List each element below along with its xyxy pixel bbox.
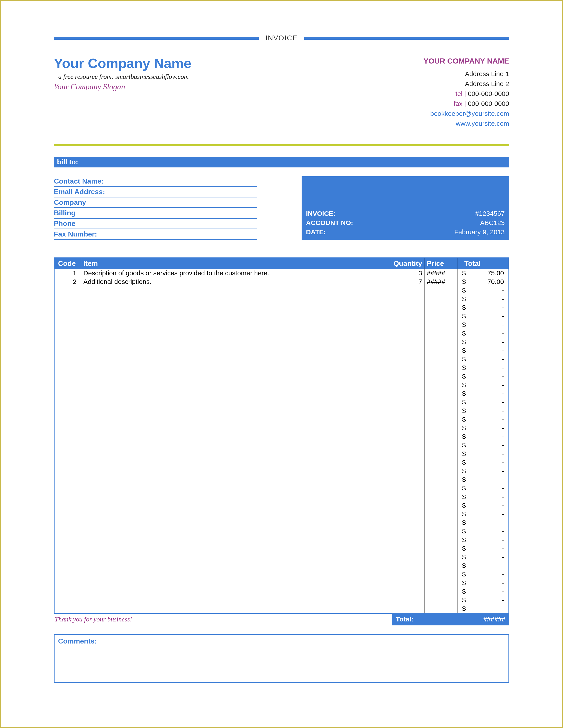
cell-price[interactable] bbox=[425, 536, 458, 544]
cell-total[interactable]: $- bbox=[458, 303, 508, 312]
cell-code[interactable]: 2 bbox=[55, 278, 81, 286]
cell-total[interactable]: $- bbox=[458, 372, 508, 381]
cell-price[interactable] bbox=[425, 398, 458, 407]
cell-code[interactable] bbox=[55, 295, 81, 303]
website-link[interactable]: www.yoursite.com bbox=[424, 118, 509, 128]
table-row[interactable]: $- bbox=[55, 364, 508, 372]
table-row[interactable]: $- bbox=[55, 536, 508, 544]
cell-code[interactable] bbox=[55, 415, 81, 424]
cell-price[interactable] bbox=[425, 303, 458, 312]
cell-total[interactable]: $- bbox=[458, 450, 508, 458]
cell-code[interactable] bbox=[55, 527, 81, 536]
cell-item[interactable] bbox=[81, 450, 391, 458]
cell-total[interactable]: $- bbox=[458, 458, 508, 467]
cell-code[interactable] bbox=[55, 398, 81, 407]
cell-quantity[interactable] bbox=[391, 295, 425, 303]
cell-code[interactable] bbox=[55, 381, 81, 389]
table-row[interactable]: $- bbox=[55, 381, 508, 389]
cell-item[interactable] bbox=[81, 389, 391, 398]
table-row[interactable]: 2Additional descriptions.7#####$70.00 bbox=[55, 278, 508, 286]
cell-item[interactable] bbox=[81, 303, 391, 312]
cell-price[interactable] bbox=[425, 544, 458, 553]
cell-item[interactable] bbox=[81, 372, 391, 381]
cell-total[interactable]: $- bbox=[458, 364, 508, 372]
cell-total[interactable]: $- bbox=[458, 596, 508, 604]
cell-quantity[interactable] bbox=[391, 579, 425, 587]
table-row[interactable]: $- bbox=[55, 570, 508, 579]
cell-code[interactable] bbox=[55, 518, 81, 527]
cell-total[interactable]: $- bbox=[458, 389, 508, 398]
cell-item[interactable] bbox=[81, 407, 391, 415]
cell-code[interactable] bbox=[55, 321, 81, 329]
cell-quantity[interactable] bbox=[391, 432, 425, 441]
cell-code[interactable] bbox=[55, 458, 81, 467]
cell-code[interactable] bbox=[55, 510, 81, 518]
cell-code[interactable] bbox=[55, 561, 81, 570]
cell-item[interactable] bbox=[81, 424, 391, 432]
table-row[interactable]: $- bbox=[55, 450, 508, 458]
table-row[interactable]: $- bbox=[55, 295, 508, 303]
cell-total[interactable]: $- bbox=[458, 570, 508, 579]
cell-code[interactable] bbox=[55, 355, 81, 364]
cell-item[interactable] bbox=[81, 544, 391, 553]
cell-quantity[interactable] bbox=[391, 415, 425, 424]
cell-price[interactable] bbox=[425, 321, 458, 329]
cell-code[interactable] bbox=[55, 501, 81, 510]
table-row[interactable]: $- bbox=[55, 355, 508, 364]
cell-item[interactable] bbox=[81, 579, 391, 587]
cell-code[interactable]: 1 bbox=[55, 269, 81, 278]
billto-contact-row[interactable]: Contact Name: bbox=[54, 176, 257, 187]
cell-item[interactable] bbox=[81, 561, 391, 570]
cell-quantity[interactable] bbox=[391, 286, 425, 295]
cell-quantity[interactable] bbox=[391, 424, 425, 432]
cell-code[interactable] bbox=[55, 553, 81, 561]
table-row[interactable]: $- bbox=[55, 329, 508, 338]
cell-total[interactable]: $- bbox=[458, 441, 508, 450]
comments-box[interactable]: Comments: bbox=[54, 634, 509, 683]
cell-total[interactable]: $- bbox=[458, 381, 508, 389]
cell-quantity[interactable] bbox=[391, 510, 425, 518]
cell-quantity[interactable]: 3 bbox=[391, 269, 425, 278]
table-row[interactable]: $- bbox=[55, 398, 508, 407]
cell-item[interactable] bbox=[81, 338, 391, 346]
cell-item[interactable] bbox=[81, 441, 391, 450]
cell-code[interactable] bbox=[55, 604, 81, 613]
table-row[interactable]: $- bbox=[55, 493, 508, 501]
cell-quantity[interactable] bbox=[391, 527, 425, 536]
table-row[interactable]: $- bbox=[55, 407, 508, 415]
billto-phone-row[interactable]: Phone bbox=[54, 219, 257, 229]
cell-quantity[interactable] bbox=[391, 570, 425, 579]
cell-code[interactable] bbox=[55, 338, 81, 346]
cell-total[interactable]: $- bbox=[458, 544, 508, 553]
cell-quantity[interactable] bbox=[391, 364, 425, 372]
table-row[interactable]: $- bbox=[55, 346, 508, 355]
cell-code[interactable] bbox=[55, 432, 81, 441]
cell-total[interactable]: $- bbox=[458, 338, 508, 346]
cell-quantity[interactable] bbox=[391, 450, 425, 458]
table-row[interactable]: $- bbox=[55, 424, 508, 432]
table-row[interactable]: $- bbox=[55, 286, 508, 295]
cell-item[interactable] bbox=[81, 329, 391, 338]
cell-code[interactable] bbox=[55, 329, 81, 338]
cell-price[interactable] bbox=[425, 587, 458, 596]
cell-item[interactable] bbox=[81, 475, 391, 484]
cell-quantity[interactable] bbox=[391, 355, 425, 364]
cell-code[interactable] bbox=[55, 364, 81, 372]
cell-total[interactable]: $- bbox=[458, 286, 508, 295]
cell-price[interactable] bbox=[425, 484, 458, 493]
cell-total[interactable]: $- bbox=[458, 510, 508, 518]
cell-price[interactable] bbox=[425, 579, 458, 587]
cell-price[interactable] bbox=[425, 596, 458, 604]
cell-quantity[interactable]: 7 bbox=[391, 278, 425, 286]
cell-quantity[interactable] bbox=[391, 381, 425, 389]
cell-quantity[interactable] bbox=[391, 501, 425, 510]
cell-item[interactable] bbox=[81, 355, 391, 364]
cell-total[interactable]: $- bbox=[458, 355, 508, 364]
cell-item[interactable] bbox=[81, 527, 391, 536]
cell-code[interactable] bbox=[55, 493, 81, 501]
table-row[interactable]: $- bbox=[55, 312, 508, 321]
table-row[interactable]: $- bbox=[55, 467, 508, 475]
cell-price[interactable] bbox=[425, 467, 458, 475]
table-row[interactable]: $- bbox=[55, 510, 508, 518]
cell-total[interactable]: $- bbox=[458, 604, 508, 613]
